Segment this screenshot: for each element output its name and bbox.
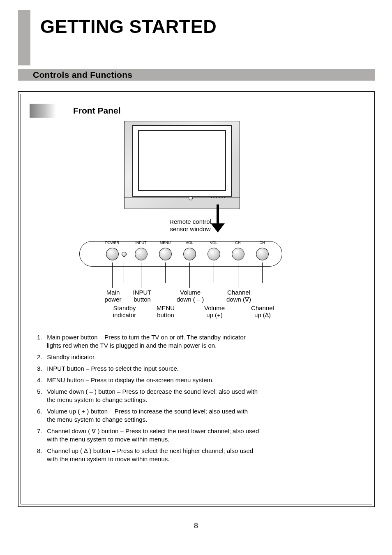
mini-label-vol-up: VOL xyxy=(210,241,217,245)
arrow-shaft xyxy=(217,204,219,225)
desc-8b: with the menu system to move within menu… xyxy=(47,455,169,463)
desc-num: 2. xyxy=(37,353,45,361)
desc-5: 5. Volume down ( – ) button – Press to d… xyxy=(37,388,258,396)
tv-sensor-circle xyxy=(189,196,193,200)
desc-num: 1. xyxy=(37,333,45,341)
lead-line xyxy=(124,262,124,283)
tv-button-dots xyxy=(210,195,227,199)
mini-label-ch-up: CH xyxy=(260,241,265,245)
desc-text: Volume down ( – ) button – Press to decr… xyxy=(47,388,258,395)
desc-1b: lights red when the TV is plugged in and… xyxy=(47,341,217,350)
caption-ch-up: Channel up (∆) xyxy=(249,304,276,319)
tv-screen xyxy=(138,130,226,191)
page-number: 8 xyxy=(194,522,198,530)
desc-7: 7. Channel down ( ∇ ) button – Press to … xyxy=(37,427,259,435)
mini-label-power: POWER xyxy=(105,241,119,245)
desc-7b: with the menu system to move within menu… xyxy=(47,435,169,444)
caption-standby: Standby indicator xyxy=(111,304,138,319)
desc-text: Channel down ( ∇ ) button – Press to sel… xyxy=(47,427,259,434)
desc-8: 8. Channel up ( ∆ ) button – Press to se… xyxy=(37,447,253,455)
desc-5b: the menu system to change settings. xyxy=(47,396,147,404)
tv-illustration xyxy=(124,121,240,209)
desc-num: 8. xyxy=(37,447,45,455)
front-control-panel xyxy=(79,241,282,267)
desc-text: Standby indicator. xyxy=(47,353,96,360)
desc-text: Volume up ( + ) button – Press to increa… xyxy=(47,408,248,415)
mini-label-vol-down: VOL xyxy=(186,241,193,245)
lead-line xyxy=(214,262,214,283)
page: GETTING STARTED Controls and Functions F… xyxy=(0,0,392,555)
vol-down-button-graphic xyxy=(183,248,196,260)
lead-line xyxy=(112,262,113,288)
side-tab xyxy=(18,10,30,65)
desc-6b: the menu system to change settings. xyxy=(47,416,147,424)
desc-num: 5. xyxy=(37,388,45,396)
desc-1: 1. Main power button – Press to turn the… xyxy=(37,333,246,341)
mini-label-menu: MENU xyxy=(160,241,171,245)
desc-text: Main power button – Press to turn the TV… xyxy=(47,334,246,341)
lead-line xyxy=(141,262,141,288)
desc-2: 2. Standby indicator. xyxy=(37,353,96,361)
power-button-graphic xyxy=(106,248,119,260)
lead-line xyxy=(189,262,190,288)
lead-line xyxy=(262,262,263,283)
desc-text: INPUT button – Press to select the input… xyxy=(47,365,179,372)
desc-num: 7. xyxy=(37,427,45,435)
desc-num: 4. xyxy=(37,376,45,384)
front-panel-gradient xyxy=(30,104,67,118)
desc-4: 4. MENU button – Press to display the on… xyxy=(37,376,214,384)
input-button-graphic xyxy=(135,248,148,260)
desc-num: 6. xyxy=(37,407,45,416)
standby-indicator-graphic xyxy=(122,252,127,257)
lead-line-sensor xyxy=(190,202,190,218)
mini-label-input: INPUT xyxy=(136,241,147,245)
caption-vol-down: Volume down ( – ) xyxy=(176,289,205,303)
front-panel-label: Front Panel xyxy=(73,106,121,116)
desc-6: 6. Volume up ( + ) button – Press to inc… xyxy=(37,407,248,416)
caption-input: INPUT button xyxy=(130,289,154,303)
vol-up-button-graphic xyxy=(208,248,220,260)
caption-vol-up: Volume up (+) xyxy=(201,304,228,319)
section-band: Controls and Functions xyxy=(18,69,375,81)
desc-3: 3. INPUT button – Press to select the in… xyxy=(37,365,179,373)
caption-power: Main power xyxy=(101,289,125,303)
desc-num: 3. xyxy=(37,365,45,373)
desc-text: MENU button – Press to display the on-sc… xyxy=(47,376,214,383)
menu-button-graphic xyxy=(159,248,172,260)
ch-down-button-graphic xyxy=(232,248,244,260)
ch-up-button-graphic xyxy=(256,248,269,260)
mini-label-ch-down: CH xyxy=(235,241,241,245)
caption-ch-down: Channel down (∇) xyxy=(224,289,254,303)
caption-menu: MENU button xyxy=(153,304,178,319)
lead-line xyxy=(238,262,238,288)
controls-heading: Controls and Functions xyxy=(33,70,132,80)
page-title: GETTING STARTED xyxy=(40,16,217,37)
lead-line xyxy=(165,262,166,283)
desc-text: Channel up ( ∆ ) button – Press to selec… xyxy=(47,447,253,454)
